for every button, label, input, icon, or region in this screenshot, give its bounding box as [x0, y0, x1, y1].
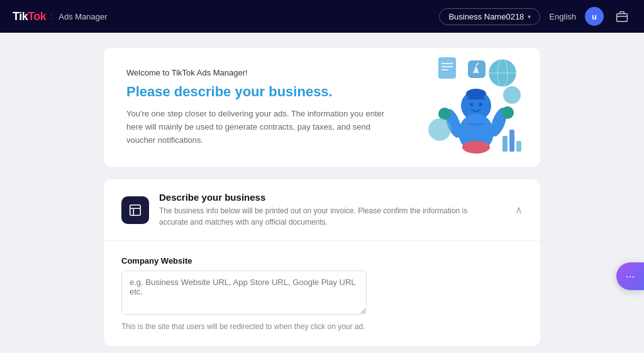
svg-point-15	[479, 103, 482, 106]
company-website-helper: This is the site that users will be redi…	[121, 322, 523, 331]
svg-rect-8	[438, 57, 456, 79]
describe-business-body: Company Website This is the site that us…	[104, 241, 540, 346]
describe-business-collapse-btn[interactable]: ∧	[515, 204, 523, 216]
svg-rect-28	[130, 205, 141, 216]
describe-business-header: Describe your business The business info…	[104, 179, 540, 241]
welcome-illustration	[383, 54, 521, 161]
svg-rect-25	[516, 141, 521, 152]
business-name-label: Business Name0218	[448, 12, 524, 21]
svg-point-21	[501, 106, 514, 119]
svg-point-17	[462, 141, 490, 154]
page-content: Welcome to TikTok Ads Manager! Please de…	[0, 33, 644, 353]
section-header-left: Describe your business The business info…	[121, 192, 486, 228]
language-selector[interactable]: English	[549, 12, 576, 21]
chat-icon: ···	[625, 270, 635, 283]
svg-rect-24	[509, 130, 514, 152]
briefcase-icon[interactable]	[613, 7, 631, 26]
business-selector[interactable]: Business Name0218 ▾	[439, 8, 540, 25]
header-right: Business Name0218 ▾ English u	[439, 7, 631, 26]
tiktok-logo: TikTok	[13, 10, 46, 23]
describe-business-card: Describe your business The business info…	[104, 179, 540, 346]
describe-business-icon	[121, 196, 149, 224]
company-website-label: Company Website	[121, 256, 523, 266]
chat-bubble[interactable]: ···	[616, 262, 644, 290]
svg-point-14	[470, 103, 474, 106]
svg-rect-23	[502, 136, 508, 152]
describe-business-subtitle: The business info below will be printed …	[159, 205, 486, 228]
describe-business-title: Describe your business	[159, 192, 486, 203]
welcome-description: You're one step closer to delivering you…	[126, 108, 391, 147]
svg-point-22	[503, 86, 521, 104]
app-header: TikTok : Ads Manager Business Name0218 ▾…	[0, 0, 644, 33]
user-avatar[interactable]: u	[585, 7, 604, 26]
svg-rect-0	[617, 14, 628, 22]
welcome-card: Welcome to TikTok Ads Manager! Please de…	[104, 48, 540, 167]
chevron-down-icon: ▾	[528, 13, 531, 20]
logo-area: TikTok : Ads Manager	[13, 10, 108, 23]
company-website-input[interactable]	[121, 271, 367, 315]
ads-manager-label: Ads Manager	[58, 12, 107, 21]
describe-business-title-block: Describe your business The business info…	[159, 192, 486, 228]
